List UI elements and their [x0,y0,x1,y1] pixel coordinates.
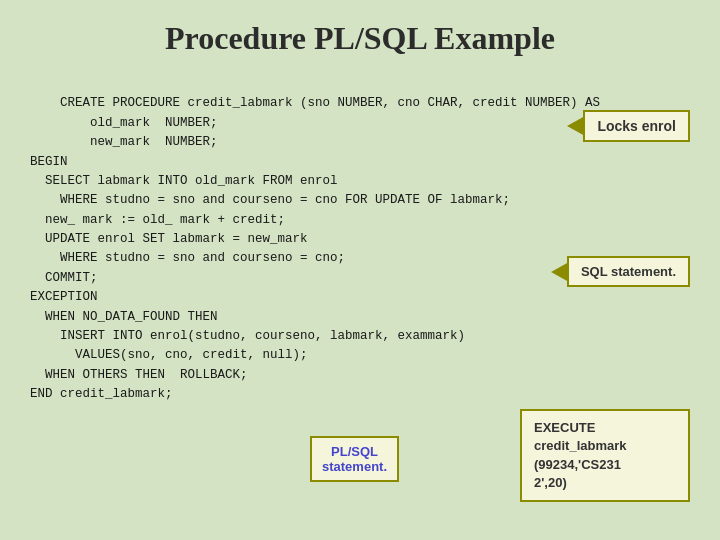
code-line6: WHERE studno = sno and courseno = cno FO… [30,193,510,207]
sql-statement-annotation: SQL statement. [567,256,690,287]
slide: Procedure PL/SQL Example CREATE PROCEDUR… [0,0,720,540]
plsql-statement-annotation: PL/SQL statement. [310,436,399,482]
locks-enrol-annotation: Locks enrol [583,110,690,142]
code-line8: UPDATE enrol SET labmark = new_mark [30,232,308,246]
code-line10: COMMIT; [30,271,98,285]
code-line4: BEGIN [30,155,68,169]
code-line7: new_ mark := old_ mark + credit; [30,213,285,227]
code-line15: WHEN OTHERS THEN ROLLBACK; [30,368,248,382]
code-line1: CREATE PROCEDURE credit_labmark (sno NUM… [60,96,600,110]
code-line5: SELECT labmark INTO old_mark FROM enrol [30,174,338,188]
code-line16: END credit_labmark; [30,387,173,401]
execute-annotation: EXECUTE credit_labmark (99234,'CS231 2',… [520,409,690,502]
code-line11: EXCEPTION [30,290,98,304]
code-line3: new_mark NUMBER; [30,135,218,149]
code-line12: WHEN NO_DATA_FOUND THEN [30,310,218,324]
slide-title: Procedure PL/SQL Example [30,20,690,57]
code-line14: VALUES(sno, cno, credit, null); [30,348,308,362]
code-line13: INSERT INTO enrol(studno, courseno, labm… [30,329,465,343]
code-line2: old_mark NUMBER; [30,116,218,130]
code-line9: WHERE studno = sno and courseno = cno; [30,251,345,265]
